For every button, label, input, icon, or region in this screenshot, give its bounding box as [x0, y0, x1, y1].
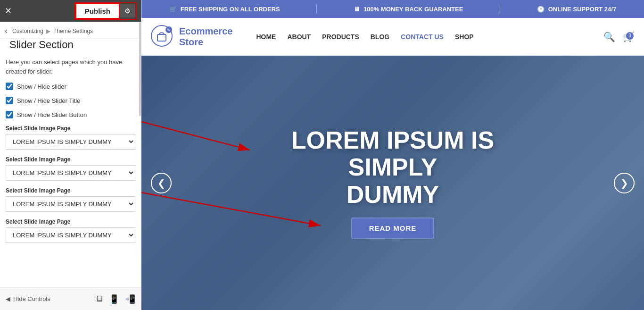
logo-text: Ecommerce Store	[179, 26, 232, 48]
show-hide-slider-title-label: Show / Hide Slider Title	[17, 97, 80, 104]
cart-badge: 3	[626, 32, 634, 40]
publish-button[interactable]: Publish	[75, 3, 120, 19]
announcement-divider-2	[500, 4, 500, 14]
publish-area: Publish ⚙	[74, 2, 136, 20]
scrollbar[interactable]	[139, 22, 141, 116]
section-title: Slider Section	[5, 37, 78, 54]
select-label-1: Select Slide Image Page	[6, 125, 135, 132]
breadcrumb-theme-settings: Theme Settings	[53, 28, 93, 34]
close-button[interactable]: ✕	[5, 6, 12, 16]
show-hide-slider-label: Show / Hide slider	[17, 83, 66, 90]
section-description: Here you can select pages which you have…	[6, 58, 135, 76]
hide-controls-button[interactable]: ◀ Hide Controls	[6, 295, 50, 302]
arrow-left-icon: ❮	[157, 177, 165, 189]
panel-bottom: ◀ Hide Controls 🖥 📱 📲	[0, 287, 141, 310]
read-more-button[interactable]: READ MORE	[351, 218, 435, 239]
announcement-money-back: 🖥 100% MONEY BACK GUARANTEE	[354, 6, 463, 13]
announcement-divider-1	[316, 4, 317, 14]
select-label-4: Select Slide Image Page	[6, 218, 135, 225]
panel-content: Here you can select pages which you have…	[0, 53, 141, 287]
settings-gear-button[interactable]: ⚙	[120, 4, 135, 17]
announcement-shipping: 🛒 FREE SHIPPING ON ALL ORDERS	[169, 6, 280, 13]
hide-controls-label: Hide Controls	[13, 295, 50, 302]
select-label-3: Select Slide Image Page	[6, 187, 135, 194]
hero-slider: ❮ LOREM IPSUM IS SIMPLY DUMMY READ MORE …	[141, 56, 644, 310]
support-text: ONLINE SUPPORT 24/7	[548, 6, 616, 13]
shipping-text: FREE SHIPPING ON ALL ORDERS	[181, 6, 280, 13]
show-hide-slider-title-checkbox[interactable]	[6, 97, 13, 104]
hero-title: LOREM IPSUM IS SIMPLY DUMMY	[251, 127, 534, 208]
top-bar: ✕ Publish ⚙	[0, 0, 141, 22]
select-group-1: Select Slide Image Page LOREM IPSUM IS S…	[6, 125, 135, 150]
desktop-icon[interactable]: 🖥	[95, 294, 103, 304]
back-button[interactable]: ‹	[5, 26, 8, 36]
select-dropdown-4[interactable]: LOREM IPSUM IS SIMPLY DUMMY	[6, 227, 135, 243]
logo-area: ✎ Ecommerce Store	[151, 25, 232, 49]
announcement-support: 🕐 ONLINE SUPPORT 24/7	[537, 6, 616, 13]
mobile-icon[interactable]: 📲	[125, 294, 135, 304]
breadcrumb-customizing: Customizing	[12, 28, 43, 34]
show-hide-slider-button-checkbox[interactable]	[6, 111, 13, 118]
checkbox-show-hide-button: Show / Hide Slider Button	[6, 111, 135, 118]
nav-bar: ✎ Ecommerce Store HOME ABOUT PRODUCTS BL…	[141, 18, 644, 56]
svg-rect-1	[157, 34, 166, 41]
select-group-2: Select Slide Image Page LOREM IPSUM IS S…	[6, 156, 135, 181]
select-label-2: Select Slide Image Page	[6, 156, 135, 163]
hero-content: LOREM IPSUM IS SIMPLY DUMMY READ MORE	[251, 127, 534, 239]
nav-links: HOME ABOUT PRODUCTS BLOG CONTACT US SHOP	[256, 33, 594, 41]
svg-text:✎: ✎	[167, 28, 171, 33]
show-hide-slider-checkbox[interactable]	[6, 83, 13, 90]
device-icons: 🖥 📱 📲	[95, 294, 135, 304]
preview-area: 🛒 FREE SHIPPING ON ALL ORDERS 🖥 100% MON…	[141, 0, 644, 310]
breadcrumb-separator: ▶	[46, 28, 50, 34]
left-panel: ✕ Publish ⚙ ‹ Customizing ▶ Theme Settin…	[0, 0, 141, 310]
nav-link-shop[interactable]: SHOP	[455, 33, 474, 41]
nav-link-about[interactable]: ABOUT	[287, 33, 311, 41]
announcement-bar: 🛒 FREE SHIPPING ON ALL ORDERS 🖥 100% MON…	[141, 0, 644, 18]
search-icon[interactable]: 🔍	[603, 31, 615, 42]
select-group-4: Select Slide Image Page LOREM IPSUM IS S…	[6, 218, 135, 243]
select-dropdown-2[interactable]: LOREM IPSUM IS SIMPLY DUMMY	[6, 165, 135, 181]
slider-arrow-left[interactable]: ❮	[151, 173, 172, 193]
nav-actions: 🔍 🛒 3	[603, 31, 635, 42]
show-hide-slider-button-label: Show / Hide Slider Button	[17, 111, 87, 118]
select-dropdown-3[interactable]: LOREM IPSUM IS SIMPLY DUMMY	[6, 196, 135, 212]
nav-link-contact[interactable]: CONTACT US	[401, 33, 444, 41]
tablet-icon[interactable]: 📱	[109, 294, 119, 304]
nav-link-home[interactable]: HOME	[256, 33, 276, 41]
money-back-icon: 🖥	[354, 6, 360, 13]
breadcrumb-area: ‹ Customizing ▶ Theme Settings	[0, 22, 141, 39]
select-dropdown-1[interactable]: LOREM IPSUM IS SIMPLY DUMMY	[6, 134, 135, 150]
shipping-icon: 🛒	[169, 6, 177, 13]
nav-link-blog[interactable]: BLOG	[371, 33, 389, 41]
cart-wrapper: 🛒 3	[623, 31, 635, 42]
checkbox-show-hide-slider: Show / Hide slider	[6, 83, 135, 90]
slider-arrow-right[interactable]: ❯	[614, 173, 635, 193]
nav-link-products[interactable]: PRODUCTS	[322, 33, 359, 41]
select-group-3: Select Slide Image Page LOREM IPSUM IS S…	[6, 187, 135, 212]
checkbox-show-hide-title: Show / Hide Slider Title	[6, 97, 135, 104]
arrow-right-icon: ❯	[620, 177, 628, 189]
logo-icon-wrapper: ✎	[151, 25, 174, 49]
money-back-text: 100% MONEY BACK GUARANTEE	[363, 6, 463, 13]
logo-bag-icon: ✎	[151, 25, 173, 47]
support-icon: 🕐	[537, 6, 545, 13]
hide-controls-arrow-icon: ◀	[6, 295, 10, 302]
